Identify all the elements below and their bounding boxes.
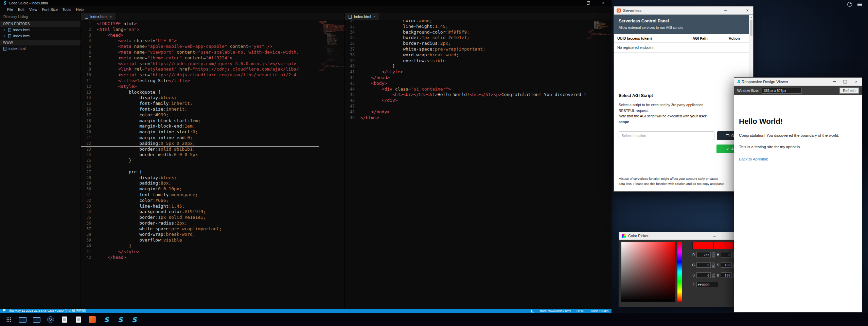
code-line[interactable]: 38 word-wrap:break-word; [81, 232, 319, 237]
code-line[interactable]: 35 border:1px solid #e1e1e1; [345, 35, 586, 41]
code-line[interactable]: 25 } [81, 158, 319, 164]
tab-index-html[interactable]: index.html × [81, 13, 116, 20]
code-line[interactable]: 38 word-wrap:break-word; [345, 52, 586, 58]
maximize-button[interactable] [842, 80, 848, 84]
code-line[interactable]: 36 border-radius:2px; [345, 41, 586, 46]
code-line[interactable]: 10 <script src="https://cdnjs.cloudflare… [81, 72, 319, 78]
code-editor-pane-2[interactable]: 32 color:#666;33 line-height:1.45;34 bac… [345, 20, 612, 309]
saturation-input[interactable] [721, 262, 732, 268]
code-line[interactable]: 47 [345, 103, 586, 109]
code-line[interactable]: 12 <style> [81, 84, 319, 90]
code-studio-icon[interactable]: S [102, 314, 111, 325]
code-studio-icon[interactable]: S [129, 314, 139, 325]
menu-file[interactable]: File [5, 7, 16, 12]
code-line[interactable]: 33 line-height:1.45; [345, 24, 586, 30]
code-line[interactable]: 17 color:#999; [81, 112, 319, 118]
close-button[interactable]: × [600, 1, 606, 5]
code-line[interactable]: 49</html> [345, 115, 586, 121]
agi-script-location-input[interactable] [619, 131, 714, 140]
refresh-button[interactable]: Refresh [839, 88, 859, 94]
green-input[interactable] [696, 262, 711, 268]
code-line[interactable]: 4 <meta charset="UTF-8"> [81, 38, 319, 44]
scrollbar-thumb[interactable] [750, 20, 752, 36]
code-line[interactable]: 27 pre { [81, 169, 319, 175]
tab-index-html[interactable]: index.html × [345, 13, 379, 20]
code-line[interactable]: 34 background-color:#f9f9f9; [345, 30, 586, 35]
hamburger-menu-icon[interactable] [857, 3, 862, 6]
minimize-button[interactable] [570, 1, 577, 5]
code-line[interactable]: 39 overflow:visible [81, 237, 319, 243]
window-app-icon[interactable] [32, 314, 41, 325]
menu-view[interactable]: View [27, 7, 40, 12]
status-file-path[interactable]: store:/www/index.html [539, 309, 571, 313]
code-line[interactable]: 3 <head> [81, 33, 319, 38]
close-icon[interactable]: × [373, 15, 375, 19]
brightness-input[interactable] [721, 272, 732, 278]
code-line[interactable]: 26 [81, 164, 319, 169]
code-line[interactable]: 41 </style> [345, 69, 586, 75]
restore-button[interactable] [587, 1, 590, 5]
open-editor-item[interactable]: × index.html [0, 27, 81, 33]
status-language[interactable]: HTML [577, 309, 585, 313]
code-line[interactable]: 44 <div class="ui container"> [345, 87, 586, 92]
code-line[interactable]: 34 background-color:#f9f9f9; [81, 209, 319, 215]
code-line[interactable]: 19 margin-block-end:1em; [81, 123, 319, 129]
open-editors-section-header[interactable]: OPEN EDITORS [0, 21, 81, 27]
code-line[interactable]: 6 <meta name="viewport" content="user-sc… [81, 50, 319, 55]
code-line[interactable]: 13 blockquote { [81, 90, 319, 95]
close-icon[interactable]: × [3, 28, 6, 32]
code-line[interactable]: 18 margin-block-start:1em; [81, 118, 319, 124]
close-button[interactable]: × [853, 80, 859, 84]
code-line[interactable]: 24 border-width:0 0 0 5px [81, 152, 319, 158]
menu-tools[interactable]: Tools [60, 7, 74, 12]
window-size-input[interactable] [762, 88, 802, 94]
search-app-icon[interactable] [46, 314, 55, 325]
code-line[interactable]: 7 <meta name="theme-color" content="#ff9… [81, 55, 319, 61]
menu-font-size[interactable]: Font Size [39, 7, 60, 12]
code-line[interactable]: 42 </head> [345, 75, 586, 81]
menu-help[interactable]: Help [74, 7, 86, 12]
code-line[interactable]: 22 padding:0 5px 0 20px; [81, 141, 319, 147]
app-launcher-icon[interactable] [4, 314, 14, 325]
code-line[interactable]: 9 <link rel="stylesheet" href="https://c… [81, 66, 319, 72]
minimize-button[interactable] [831, 80, 837, 84]
code-line[interactable]: 15 font-family:inherit; [81, 101, 319, 107]
code-line[interactable]: 40 } [81, 243, 319, 249]
minimize-button[interactable] [711, 234, 718, 238]
red-input[interactable] [696, 252, 711, 257]
code-line[interactable]: 28 display:block; [81, 175, 319, 181]
www-folder-header[interactable]: WWW [0, 40, 81, 45]
text-document-icon[interactable] [74, 314, 83, 325]
code-line[interactable]: 37 white-space:pre-wrap!important; [81, 226, 319, 232]
refresh-icon[interactable] [847, 2, 852, 7]
code-line[interactable]: 35 border:1px solid #e1e1e1; [81, 215, 319, 220]
green-stepper[interactable] [712, 263, 715, 268]
code-line[interactable]: 48 </body> [345, 109, 586, 115]
code-line[interactable]: 43 <body> [345, 81, 586, 87]
code-line[interactable]: 32 color:#666; [81, 198, 319, 204]
close-button[interactable]: × [744, 8, 750, 13]
hue-input[interactable] [721, 252, 732, 257]
code-line[interactable]: 36 border-radius:2px; [81, 220, 319, 226]
code-line[interactable]: 14 display:block; [81, 95, 319, 101]
text-document-icon[interactable] [60, 314, 69, 325]
minimap[interactable]: color:#666; line-height:1.45; background… [586, 20, 612, 309]
code-line[interactable]: 41 </style> [81, 249, 319, 255]
window-app-icon[interactable] [18, 314, 28, 325]
code-line[interactable]: 31 font-family:monospace; [81, 192, 319, 198]
scroll-up-icon[interactable]: ▲ [749, 15, 753, 18]
code-editor-pane-1[interactable]: 1<!DOCTYPE html>2<html lang="en">3 <head… [81, 20, 344, 309]
code-line[interactable]: 2<html lang="en"> [81, 27, 319, 33]
file-item[interactable]: index.html [0, 45, 81, 52]
hex-input[interactable] [696, 282, 718, 287]
serverless-app-icon[interactable] [88, 314, 97, 325]
saturation-value-picker[interactable] [621, 242, 675, 302]
minimize-button[interactable] [723, 8, 729, 13]
code-line[interactable]: 21 margin-inline-end:0; [81, 135, 319, 141]
close-icon[interactable]: × [3, 34, 6, 38]
code-line[interactable]: 32 color:#666; [345, 20, 586, 24]
code-line[interactable]: 5 <meta name="apple-mobile-web-app-capab… [81, 44, 319, 50]
blue-input[interactable] [696, 272, 711, 278]
code-line[interactable]: 11 <title>Testing Site</title> [81, 78, 319, 84]
code-line[interactable]: 29 padding:8px; [81, 180, 319, 186]
